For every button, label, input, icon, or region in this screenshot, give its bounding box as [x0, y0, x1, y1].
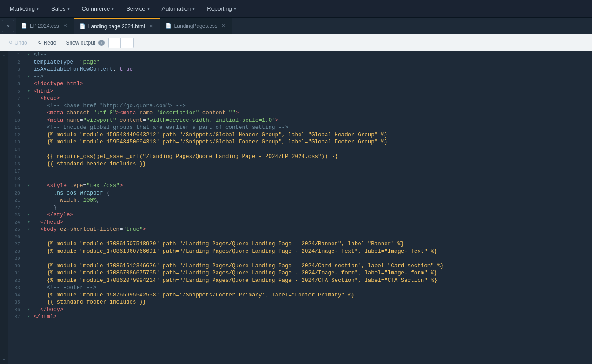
- line-number: 28: [8, 248, 26, 255]
- fold-indicator[interactable]: [26, 240, 32, 248]
- fold-indicator[interactable]: ▾: [26, 182, 32, 190]
- line-number: 24: [8, 219, 26, 226]
- fold-indicator[interactable]: ▾: [26, 73, 32, 81]
- code-line: 27 {% module "module_170861507518920" pa…: [8, 240, 592, 248]
- css-file-icon: 📄: [21, 23, 27, 29]
- line-number: 1: [8, 51, 26, 59]
- tab-landingpagescss[interactable]: 📄 LandingPages.css ✕: [160, 18, 232, 34]
- info-icon[interactable]: i: [98, 40, 105, 46]
- fold-indicator[interactable]: [26, 139, 32, 146]
- code-content: templateType: "page": [32, 59, 592, 66]
- nav-marketing[interactable]: Marketing ▾: [4, 0, 45, 18]
- code-line: 12 {% module "module_159548449643212" pa…: [8, 131, 592, 139]
- fold-indicator[interactable]: [26, 66, 32, 73]
- code-line: 33 <!-- Footer -->: [8, 284, 592, 292]
- undo-label: Undo: [15, 40, 27, 46]
- fold-indicator[interactable]: ▾: [26, 219, 32, 226]
- nav-sales[interactable]: Sales ▾: [45, 0, 76, 18]
- line-number: 15: [8, 153, 26, 161]
- fold-indicator[interactable]: ▾: [26, 313, 32, 321]
- fold-indicator[interactable]: [26, 190, 32, 197]
- collapse-panel-button[interactable]: «: [2, 20, 14, 32]
- fold-indicator[interactable]: ▾: [26, 226, 32, 233]
- code-content: {% module "module_170861612346626" path=…: [32, 263, 592, 270]
- fold-indicator[interactable]: [26, 124, 32, 131]
- line-number: 14: [8, 146, 26, 154]
- tab-landingpage2024html-close[interactable]: ✕: [148, 23, 154, 30]
- code-content: [32, 255, 592, 263]
- chevron-down-icon: ▾: [112, 6, 114, 11]
- code-content: <!-- <base href="http://go.quore.com"> -…: [32, 102, 592, 110]
- code-content: -->: [32, 73, 592, 81]
- fold-indicator[interactable]: ▾: [26, 211, 32, 219]
- fold-indicator[interactable]: [26, 292, 32, 299]
- fold-indicator[interactable]: [26, 284, 32, 292]
- fold-indicator[interactable]: [26, 146, 32, 154]
- code-content: {% module "module_170862079994214" path=…: [32, 277, 592, 285]
- chevron-down-icon: ▾: [192, 6, 195, 11]
- toggle-option-2[interactable]: [121, 38, 133, 48]
- nav-automation[interactable]: Automation ▾: [156, 0, 201, 18]
- line-number: 30: [8, 263, 26, 270]
- fold-indicator[interactable]: ▾: [26, 306, 32, 314]
- fold-indicator[interactable]: [26, 102, 32, 110]
- tab-landingpage2024html[interactable]: 📄 Landing page 2024.html ✕: [74, 18, 160, 34]
- code-line: 8 <!-- <base href="http://go.quore.com">…: [8, 102, 592, 110]
- line-number: 3: [8, 66, 26, 73]
- code-line: 13 {% module "module_159548450694313" pa…: [8, 139, 592, 146]
- fold-indicator[interactable]: [26, 263, 32, 270]
- fold-indicator[interactable]: [26, 277, 32, 285]
- code-line: 20 .hs_cos_wrapper {: [8, 190, 592, 197]
- redo-button[interactable]: ↻ Redo: [34, 38, 61, 48]
- fold-indicator[interactable]: [26, 80, 32, 88]
- line-number: 6: [8, 88, 26, 95]
- fold-indicator[interactable]: [26, 299, 32, 306]
- fold-indicator[interactable]: [26, 117, 32, 124]
- fold-indicator[interactable]: [26, 168, 32, 175]
- fold-indicator[interactable]: [26, 248, 32, 255]
- line-number: 23: [8, 211, 26, 219]
- code-editor[interactable]: 1▾<!--2templateType: "page"3isAvailableF…: [8, 51, 592, 364]
- tab-lp2024css-close[interactable]: ✕: [62, 23, 68, 29]
- line-number: 11: [8, 124, 26, 131]
- fold-indicator[interactable]: [26, 161, 32, 168]
- toggle-option-1[interactable]: [109, 38, 121, 48]
- scroll-down-arrow[interactable]: ▼: [1, 357, 7, 363]
- code-content: {% module "module_170867086675765" path=…: [32, 270, 592, 277]
- undo-button[interactable]: ↺ Undo: [4, 38, 32, 48]
- tab-landingpagescss-close[interactable]: ✕: [220, 23, 227, 29]
- line-number: 20: [8, 190, 26, 197]
- fold-indicator[interactable]: [26, 59, 32, 66]
- fold-indicator[interactable]: [26, 255, 32, 263]
- chevron-down-icon: ▾: [37, 6, 39, 11]
- code-content: <!-- Footer -->: [32, 284, 592, 292]
- fold-indicator[interactable]: [26, 131, 32, 139]
- fold-indicator[interactable]: [26, 109, 32, 117]
- nav-service[interactable]: Service ▾: [120, 0, 155, 18]
- fold-indicator[interactable]: [26, 204, 32, 212]
- fold-indicator[interactable]: ▾: [26, 51, 32, 59]
- code-line: 23▾ </style>: [8, 211, 592, 219]
- nav-marketing-label: Marketing: [10, 5, 35, 12]
- fold-indicator[interactable]: [26, 233, 32, 241]
- left-scrollbar[interactable]: ▲ ▼: [0, 51, 8, 364]
- fold-indicator[interactable]: [26, 175, 32, 183]
- code-content: {{ standard_header_includes }}: [32, 161, 592, 168]
- nav-commerce[interactable]: Commerce ▾: [76, 0, 120, 18]
- fold-indicator[interactable]: ▾: [26, 88, 32, 95]
- scroll-up-arrow[interactable]: ▲: [1, 52, 7, 58]
- fold-indicator[interactable]: ▾: [26, 95, 32, 102]
- code-line: 14: [8, 146, 592, 154]
- chevron-down-icon: ▾: [147, 6, 150, 11]
- toolbar: ↺ Undo ↻ Redo Show output i: [0, 34, 592, 51]
- code-content: </body>: [32, 306, 592, 314]
- fold-indicator[interactable]: [26, 270, 32, 277]
- line-number: 32: [8, 277, 26, 285]
- nav-reporting[interactable]: Reporting ▾: [201, 0, 242, 18]
- fold-indicator[interactable]: [26, 153, 32, 161]
- code-content: <meta charset="utf-8"><meta name="descri…: [32, 109, 592, 117]
- tab-lp2024css[interactable]: 📄 LP 2024.css ✕: [16, 18, 74, 34]
- fold-indicator[interactable]: [26, 197, 32, 204]
- code-line: 7▾ <head>: [8, 95, 592, 102]
- code-line: 10 <meta name="viewport" content="width=…: [8, 117, 592, 124]
